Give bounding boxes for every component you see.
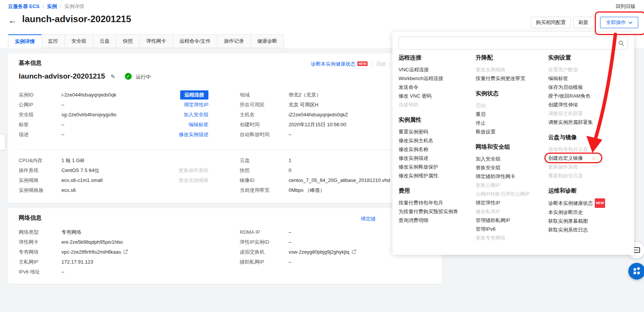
menu-item[interactable]: 为按量付费购买预留实例券	[399, 207, 473, 216]
external-link-icon	[352, 249, 356, 254]
detail-value: 1	[289, 158, 291, 163]
detail-value: ecs.s6	[61, 187, 76, 193]
menu-item[interactable]: 诊断本实例健康状态NEW	[548, 198, 629, 208]
detail-value: sg-2ze0vlrb4hxrojvygs9o	[61, 112, 116, 117]
menu-item[interactable]: 绑定弹性IP	[476, 198, 546, 207]
detail-label: 实例规格族	[19, 185, 61, 195]
menu-item[interactable]: 替换安全组	[476, 163, 546, 172]
buy-same-config-button[interactable]: 购买相同配置	[531, 17, 571, 28]
back-button[interactable]: ←	[8, 15, 17, 26]
detail-label: 辅助私网IP	[240, 257, 289, 267]
detail-label: 网络类型	[19, 227, 61, 237]
menu-item[interactable]: 创建弹性伸缩	[548, 100, 629, 109]
detail-value: 专有网络	[61, 229, 81, 235]
tab-item[interactable]: 快照	[116, 34, 140, 48]
menu-item[interactable]: 修改实例维护属性	[399, 171, 473, 180]
search-button[interactable]	[614, 37, 628, 49]
menu-group-header: 实例状态	[476, 89, 546, 98]
menu-item[interactable]: 修改实例释放保护	[399, 162, 473, 171]
tab-item[interactable]: 实例详情	[8, 34, 42, 48]
menu-item[interactable]: 获取实例系统日志	[548, 225, 629, 234]
menu-group-header: 远程连接	[399, 53, 473, 62]
detail-row: 弹性网卡eni-2ze5b98qdph95piv1hbo	[19, 237, 208, 247]
menu-group: 远程连接VNC远程连接Workbench远程连接发送命令修改 VNC 密码连接帮…	[399, 53, 473, 109]
detail-value: 北京 可用区H	[289, 102, 318, 108]
menu-item[interactable]: 修改实例名称	[399, 145, 473, 154]
remote-connect-button[interactable]: 远程连接	[180, 90, 208, 100]
menu-item[interactable]: 调整实例所属部署集	[548, 118, 629, 127]
action-link[interactable]: 修改实例描述	[179, 130, 208, 140]
back-to-old-version-link[interactable]: 回到旧版	[616, 3, 636, 10]
menu-item[interactable]: 重置实例密码	[399, 127, 473, 136]
detail-label: IPv6 地址	[19, 267, 61, 277]
menu-item[interactable]: 停止	[476, 119, 546, 127]
menu-item[interactable]: 绑定辅助弹性网卡	[476, 172, 546, 181]
quick-action-link[interactable]: 诊断本实例健康状态	[311, 61, 355, 67]
all-actions-button[interactable]: 全部操作	[600, 17, 638, 28]
detail-label: 快照	[240, 166, 289, 175]
edit-name-icon[interactable]: ✎	[110, 73, 115, 80]
external-link-icon[interactable]	[352, 248, 356, 257]
tab-item[interactable]: 监控	[42, 34, 65, 48]
action-link[interactable]: 加入安全组	[184, 110, 208, 120]
detail-label: 创建时间	[240, 120, 289, 130]
menu-item[interactable]: 编辑标签	[548, 74, 629, 83]
tab-item[interactable]: 操作记录	[218, 34, 251, 48]
action-link[interactable]: 编辑标签	[189, 120, 208, 130]
buy-same-config-label: 购买相同配置	[536, 19, 566, 26]
menu-item[interactable]: 管理辅助私网IP	[476, 216, 546, 225]
detail-row: 实例IDi-2ze044hdsayqnjeds0qk远程连接	[19, 90, 208, 100]
refresh-button[interactable]: 刷新	[573, 17, 594, 28]
side-drawer-handle[interactable]	[0, 134, 5, 150]
tab-item[interactable]: 弹性网卡	[140, 34, 173, 48]
menu-item[interactable]: 获取实例屏幕截图	[548, 217, 629, 225]
menu-item[interactable]: 保存为启动模板	[548, 83, 629, 92]
menu-item[interactable]: 修改实例描述	[399, 154, 473, 162]
detail-row: 主私网IP172.17.91.123	[19, 257, 208, 267]
menu-group-header: 网络和安全组	[476, 143, 546, 151]
menu-item: 公网IP转换为弹性公网IP	[476, 190, 546, 198]
detail-value: –	[61, 102, 64, 108]
instance-name-row: launch-advisor-20201215 ✎ ✓ 运行中	[19, 71, 151, 82]
refresh-label: 刷新	[578, 19, 588, 26]
new-badge: NEW	[595, 198, 605, 208]
menu-item[interactable]: 本实例诊断历史	[548, 208, 629, 217]
network-info-card: 网络信息 绑定辅助弹性网卡 网络类型专有网络弹性网卡eni-2ze5b98qdp…	[8, 208, 442, 284]
menu-item[interactable]: 释放设置	[476, 127, 546, 136]
menu-item[interactable]: 重启	[476, 110, 546, 119]
breadcrumb-item[interactable]: 实例	[47, 3, 57, 9]
tab-item[interactable]: 云盘	[93, 34, 116, 48]
star-icon[interactable]: ☆	[591, 155, 596, 161]
detail-value: 0	[289, 167, 291, 173]
menu-item[interactable]: 修改实例主机名	[399, 136, 473, 145]
menu-item[interactable]: VNC远程连接	[399, 65, 473, 74]
menu-item[interactable]: 修改 VNC 密码	[399, 92, 473, 100]
menu-item[interactable]: 加入安全组	[476, 154, 546, 163]
menu-item[interactable]: Workbench远程连接	[399, 74, 473, 83]
tab-item[interactable]: 健康诊断	[251, 34, 284, 48]
actions-search-input[interactable]	[399, 37, 614, 49]
widgets-fab-button[interactable]	[628, 263, 644, 280]
menu-item[interactable]: 发送命令	[399, 83, 473, 92]
detail-value: vsw-2zeyg80pbjg9j2ghykjtq	[289, 249, 349, 255]
dropdown-column-1: 远程连接VNC远程连接Workbench远程连接发送命令修改 VNC 密码连接帮…	[399, 51, 473, 231]
detail-label: 实例规格	[19, 175, 61, 185]
menu-item[interactable]: 按量付费实例更改带宽	[476, 74, 546, 83]
external-link-icon	[123, 249, 128, 254]
menu-item[interactable]: 按量付费转包年包月	[399, 198, 473, 207]
menu-item[interactable]: 查询消费明细	[399, 216, 473, 225]
detail-value: –	[289, 259, 291, 265]
tab-item[interactable]: 安全组	[65, 34, 93, 48]
tab-item[interactable]: 远程命令/文件	[173, 34, 218, 48]
menu-item[interactable]: 授予/收回RAM角色	[548, 92, 629, 100]
menu-item[interactable]: 管理IPv6	[476, 225, 546, 233]
detail-row: 专有网络vpc-2ze2tf6rfr6s2mih6kaas	[19, 247, 208, 257]
breadcrumb: 云服务器 ECS/实例/实例详情	[8, 3, 84, 10]
action-link[interactable]: 绑定弹性IP	[184, 100, 208, 110]
detail-label: 主机名	[240, 110, 289, 120]
bind-secondary-eni-link[interactable]: 绑定辅助弹性网卡	[361, 216, 376, 222]
menu-item: 启动	[476, 101, 546, 110]
menu-item[interactable]: 创建自定义镜像☆	[548, 154, 629, 162]
breadcrumb-item[interactable]: 云服务器 ECS	[8, 3, 39, 9]
external-link-icon[interactable]	[123, 248, 128, 257]
